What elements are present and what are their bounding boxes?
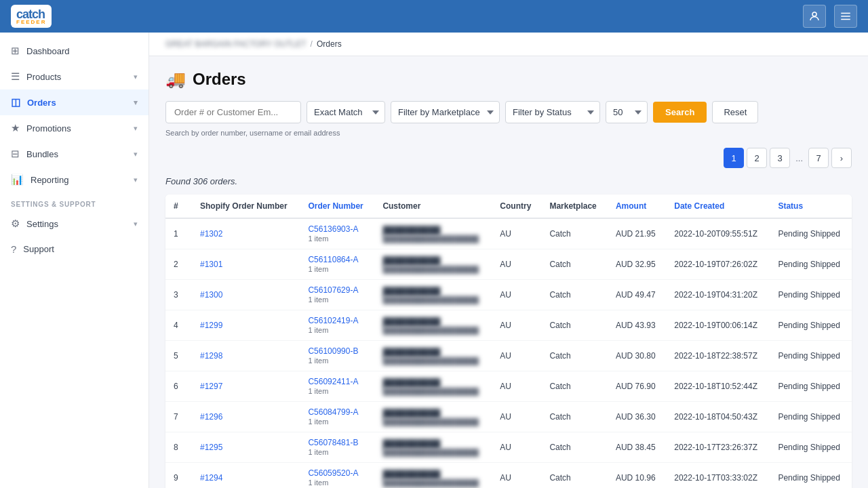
sidebar-item-reporting[interactable]: 📊 Reporting ▾ [0, 167, 149, 192]
table-row: 7 #1296 C56084799-A 1 item ██████████ ██… [165, 402, 852, 432]
row-status: Pending Shipped [770, 249, 852, 280]
svg-point-0 [812, 12, 816, 16]
shopify-order-link[interactable]: #1295 [200, 443, 222, 452]
catch-order-link[interactable]: C56100990-B [308, 346, 358, 356]
status-filter-select[interactable]: Filter by Status Pending Shipped Shipped… [505, 101, 600, 123]
item-count: 1 item [308, 357, 328, 365]
row-num: 6 [165, 371, 192, 402]
breadcrumb-shop: GREAT BARGAIN FACTORY OUTLET [165, 39, 307, 49]
page-button-1[interactable]: 1 [724, 148, 744, 168]
row-amount: AUD 38.45 [608, 432, 666, 463]
catch-order-link[interactable]: C56078481-B [308, 438, 358, 447]
row-date: 2022-10-19T04:31:20Z [666, 280, 770, 310]
item-count: 1 item [308, 387, 328, 395]
row-amount: AUD 32.95 [608, 249, 666, 280]
bundles-icon: ⊟ [11, 148, 20, 160]
page-button-7[interactable]: 7 [808, 148, 829, 168]
sidebar-item-dashboard[interactable]: ⊞ Dashboard [0, 38, 149, 64]
sidebar-item-label: Reporting [31, 175, 68, 185]
row-status: Pending Shipped [770, 280, 852, 310]
row-customer: ██████████ ████████████████████ [374, 310, 492, 341]
user-icon-button[interactable] [803, 5, 826, 28]
row-catch-id: C56107629-A 1 item [300, 280, 374, 310]
shopify-order-link[interactable]: #1296 [200, 412, 222, 422]
col-header-country: Country [492, 195, 541, 218]
row-shopify: #1296 [192, 402, 300, 432]
user-icon [808, 10, 821, 22]
customer-email: ████████████████████ [382, 266, 484, 273]
match-type-select[interactable]: Exact Match Partial Match [307, 101, 385, 123]
hamburger-icon [840, 10, 852, 22]
row-country: AU [492, 463, 541, 489]
col-header-marketplace: Marketplace [541, 195, 607, 218]
page-button-2[interactable]: 2 [747, 148, 767, 168]
sidebar-item-orders[interactable]: ◫ Orders ▾ [0, 89, 149, 115]
row-amount: AUD 49.47 [608, 280, 666, 310]
reset-button[interactable]: Reset [712, 101, 758, 123]
catch-order-link[interactable]: C56110864-A [308, 255, 358, 264]
row-customer: ██████████ ████████████████████ [374, 402, 492, 432]
shopify-order-link[interactable]: #1298 [200, 351, 222, 361]
chevron-icon: ▾ [134, 124, 138, 133]
catch-order-link[interactable]: C56136903-A [308, 224, 358, 234]
sidebar-item-promotions[interactable]: ★ Promotions ▾ [0, 115, 149, 141]
row-amount: AUD 76.90 [608, 371, 666, 402]
marketplace-filter-select[interactable]: Filter by Marketplace Catch eBay [391, 101, 500, 123]
row-status: Pending Shipped [770, 218, 852, 249]
shopify-order-link[interactable]: #1300 [200, 290, 222, 300]
catch-order-link[interactable]: C56059520-A [308, 468, 358, 478]
row-date: 2022-10-18T04:50:43Z [666, 402, 770, 432]
catch-order-link[interactable]: C56092411-A [308, 377, 358, 386]
page-title: Orders [193, 70, 246, 89]
sidebar-item-products[interactable]: ☰ Products ▾ [0, 64, 149, 89]
shopify-order-link[interactable]: #1302 [200, 229, 222, 239]
menu-icon-button[interactable] [834, 5, 857, 28]
sidebar-item-support[interactable]: ? Support [0, 237, 149, 262]
catch-order-link[interactable]: C56102419-A [308, 316, 358, 325]
sidebar-item-label: Support [23, 244, 54, 254]
row-amount: AUD 43.93 [608, 310, 666, 341]
item-count: 1 item [308, 296, 328, 304]
row-date: 2022-10-18T22:38:57Z [666, 341, 770, 371]
page-button-3[interactable]: 3 [770, 148, 790, 168]
row-status: Pending Shipped [770, 463, 852, 489]
page-next-button[interactable]: › [831, 148, 852, 168]
row-status: Pending Shipped [770, 402, 852, 432]
per-page-select[interactable]: 25 50 100 [606, 101, 648, 123]
customer-email: ████████████████████ [382, 357, 484, 365]
shopify-order-link[interactable]: #1299 [200, 321, 222, 330]
table-row: 4 #1299 C56102419-A 1 item ██████████ ██… [165, 310, 852, 341]
col-header-date: Date Created [666, 195, 770, 218]
shopify-order-link[interactable]: #1297 [200, 382, 222, 391]
search-button[interactable]: Search [653, 102, 707, 123]
row-shopify: #1297 [192, 371, 300, 402]
row-num: 9 [165, 463, 192, 489]
logo[interactable]: catch FEEDER [11, 5, 52, 28]
customer-name: ██████████ [382, 409, 484, 418]
customer-name: ██████████ [382, 348, 484, 357]
catch-order-link[interactable]: C56107629-A [308, 285, 358, 295]
row-catch-id: C56084799-A 1 item [300, 402, 374, 432]
support-icon: ? [11, 243, 16, 255]
row-marketplace: Catch [541, 341, 607, 371]
results-count: Found 306 orders. [165, 176, 852, 186]
catch-order-link[interactable]: C56084799-A [308, 407, 358, 417]
truck-icon: 🚚 [165, 70, 186, 89]
shopify-order-link[interactable]: #1301 [200, 260, 222, 269]
row-country: AU [492, 218, 541, 249]
row-amount: AUD 21.95 [608, 218, 666, 249]
chevron-icon: ▾ [134, 176, 138, 184]
shopify-order-link[interactable]: #1294 [200, 473, 222, 483]
row-country: AU [492, 402, 541, 432]
item-count: 1 item [308, 479, 328, 487]
sidebar-item-bundles[interactable]: ⊟ Bundles ▾ [0, 141, 149, 167]
row-shopify: #1294 [192, 463, 300, 489]
sidebar-item-settings[interactable]: ⚙ Settings ▾ [0, 211, 149, 237]
row-date: 2022-10-17T03:33:02Z [666, 463, 770, 489]
customer-name: ██████████ [382, 256, 484, 266]
search-input[interactable] [165, 101, 301, 123]
row-catch-id: C56102419-A 1 item [300, 310, 374, 341]
row-date: 2022-10-19T00:06:14Z [666, 310, 770, 341]
row-catch-id: C56092411-A 1 item [300, 371, 374, 402]
col-header-shopify: Shopify Order Number [192, 195, 300, 218]
